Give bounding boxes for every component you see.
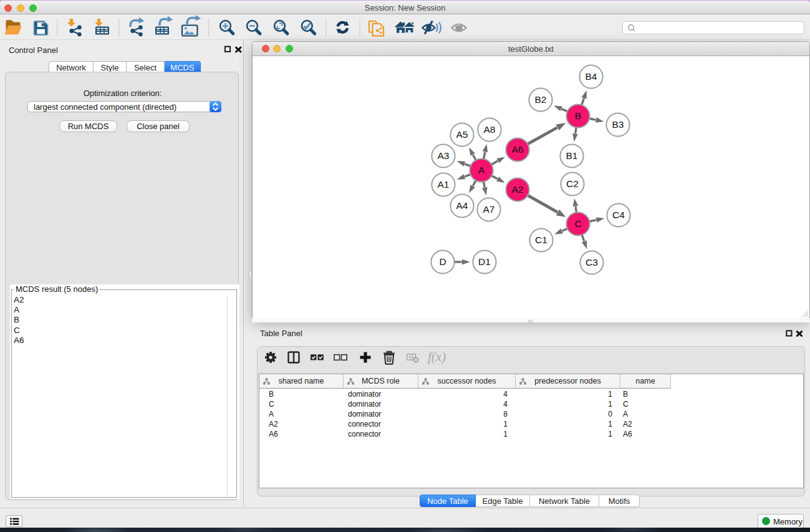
svg-text:A6: A6 [512, 144, 524, 155]
svg-text:A2: A2 [512, 184, 524, 195]
svg-text:B: B [575, 110, 581, 121]
svg-text:A5: A5 [456, 129, 468, 140]
svg-text:C4: C4 [612, 210, 625, 220]
svg-text:B2: B2 [535, 94, 547, 105]
svg-text:C: C [574, 218, 581, 229]
svg-text:D1: D1 [478, 256, 491, 267]
svg-text:A8: A8 [484, 124, 496, 135]
svg-text:C3: C3 [586, 257, 598, 268]
svg-text:A4: A4 [456, 200, 468, 211]
svg-text:B4: B4 [586, 71, 597, 82]
svg-text:A7: A7 [483, 204, 495, 215]
svg-text:A: A [478, 165, 485, 175]
svg-text:A1: A1 [438, 179, 450, 190]
svg-text:C1: C1 [535, 235, 547, 245]
svg-text:B3: B3 [612, 119, 624, 130]
svg-text:B1: B1 [566, 150, 578, 161]
svg-text:C2: C2 [566, 178, 579, 189]
svg-text:D: D [439, 256, 446, 267]
svg-text:A3: A3 [438, 150, 450, 161]
svg-text:f(x): f(x) [428, 349, 446, 364]
